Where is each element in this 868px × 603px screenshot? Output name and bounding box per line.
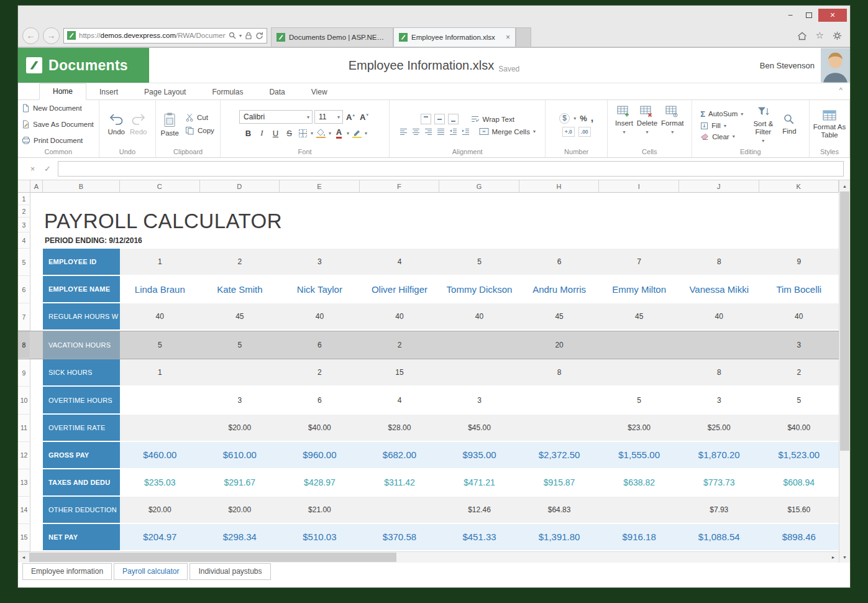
- undo-button[interactable]: Undo: [107, 113, 125, 136]
- cell-A14[interactable]: [30, 497, 43, 524]
- dropdown-icon[interactable]: ▾: [311, 131, 313, 136]
- cell-E9[interactable]: 2: [280, 359, 360, 387]
- decrease-indent-icon[interactable]: [449, 128, 457, 136]
- insert-cells-button[interactable]: Insert ▾: [615, 106, 633, 135]
- cell-F14[interactable]: [360, 497, 440, 524]
- column-header-K[interactable]: K: [759, 180, 839, 193]
- font-color-button[interactable]: A: [333, 127, 345, 139]
- dropdown-icon[interactable]: ▾: [365, 131, 367, 136]
- collapse-ribbon-icon[interactable]: ^: [839, 86, 843, 94]
- cell-C7[interactable]: 40: [120, 303, 200, 331]
- cell-C9[interactable]: 1: [120, 359, 200, 387]
- align-center-icon[interactable]: [412, 128, 420, 136]
- increase-indent-icon[interactable]: [462, 128, 470, 136]
- cell-A11[interactable]: [30, 415, 43, 442]
- cell-H6[interactable]: Andru Morris: [519, 276, 600, 303]
- paste-button[interactable]: Paste: [161, 112, 179, 137]
- cell-A15[interactable]: [30, 524, 43, 551]
- cell-A8[interactable]: [30, 331, 43, 359]
- cell-J6[interactable]: Vanessa Mikki: [679, 276, 759, 303]
- cell-E5[interactable]: 3: [280, 249, 360, 276]
- row-number-12[interactable]: 12: [18, 442, 30, 469]
- row-label-6[interactable]: EMPLOYEE NAME: [43, 276, 120, 303]
- row-number-13[interactable]: 13: [18, 469, 30, 497]
- row-number-15[interactable]: 15: [18, 524, 30, 551]
- percent-style-button[interactable]: %: [580, 114, 587, 123]
- horizontal-scroll-thumb[interactable]: [29, 553, 396, 562]
- cell-F8[interactable]: 2: [360, 331, 440, 359]
- decrease-decimal-button[interactable]: .00: [578, 127, 591, 137]
- highlight-button[interactable]: [351, 127, 363, 139]
- cell-E6[interactable]: Nick Taylor: [280, 276, 360, 303]
- cell-C13[interactable]: $235.03: [120, 469, 200, 497]
- font-family-select[interactable]: Calibri▾: [239, 110, 313, 124]
- cell-G11[interactable]: $45.00: [439, 415, 519, 442]
- formula-input[interactable]: [58, 161, 844, 177]
- cell-E14[interactable]: $21.00: [280, 497, 360, 524]
- cell-F15[interactable]: $370.58: [360, 524, 440, 551]
- align-right-icon[interactable]: [424, 128, 432, 136]
- column-header-I[interactable]: I: [599, 180, 679, 193]
- fill-color-button[interactable]: [315, 127, 327, 139]
- cell-F6[interactable]: Oliver Hilfiger: [360, 276, 440, 303]
- sheet-tab-individual-paystubs[interactable]: Individual paystubs: [190, 563, 270, 580]
- font-size-select[interactable]: 11▾: [314, 110, 343, 124]
- browser-tab-employee-information[interactable]: Employee Information.xlsx ×: [393, 27, 516, 47]
- cell-A10[interactable]: [30, 387, 43, 414]
- cell-D12[interactable]: $610.00: [200, 442, 280, 469]
- column-header-D[interactable]: D: [200, 180, 280, 193]
- cell-J5[interactable]: 8: [679, 249, 759, 276]
- vertical-scroll-thumb[interactable]: [840, 191, 849, 451]
- scroll-up-icon[interactable]: ▲: [839, 180, 850, 191]
- cell-F7[interactable]: 40: [360, 303, 440, 331]
- column-header-B[interactable]: B: [43, 180, 120, 193]
- cell-D14[interactable]: $20.00: [200, 497, 280, 524]
- column-header-C[interactable]: C: [120, 180, 200, 193]
- cell-I12[interactable]: $1,555.00: [599, 442, 679, 469]
- row-number-7[interactable]: 7: [18, 303, 30, 331]
- address-dropdown-icon[interactable]: ▾: [239, 33, 242, 39]
- cell-F12[interactable]: $682.00: [360, 442, 440, 469]
- cell-G8[interactable]: [439, 331, 519, 359]
- increase-decimal-button[interactable]: +.0: [562, 127, 575, 137]
- cell-F13[interactable]: $311.42: [360, 469, 440, 497]
- cell-K8[interactable]: 3: [759, 331, 839, 359]
- tab-close-icon[interactable]: ×: [506, 33, 510, 42]
- horizontal-scroll-track[interactable]: [29, 552, 828, 563]
- close-button[interactable]: ×: [818, 9, 847, 22]
- cell-C14[interactable]: $20.00: [120, 497, 200, 524]
- autosum-button[interactable]: Σ AutoSum ▾: [700, 109, 743, 119]
- tab-page-layout[interactable]: Page Layout: [131, 85, 199, 100]
- align-justify-icon[interactable]: [437, 128, 445, 136]
- italic-button[interactable]: I: [256, 127, 268, 139]
- cell-J14[interactable]: $7.93: [679, 497, 759, 524]
- align-bottom-icon[interactable]: [448, 114, 459, 124]
- cell-D8[interactable]: 5: [200, 331, 280, 359]
- cell-H12[interactable]: $2,372.50: [519, 442, 600, 469]
- find-button[interactable]: Find: [778, 113, 800, 136]
- cell-K12[interactable]: $1,523.00: [759, 442, 839, 469]
- cell-D7[interactable]: 45: [200, 303, 280, 331]
- settings-gear-icon[interactable]: [833, 31, 842, 40]
- back-button[interactable]: ←: [22, 27, 39, 44]
- cell-A6[interactable]: [30, 276, 43, 303]
- cell-E12[interactable]: $960.00: [280, 442, 360, 469]
- cell-J11[interactable]: $25.00: [679, 415, 759, 442]
- row-number-3[interactable]: 3: [18, 218, 30, 232]
- maximize-button[interactable]: [800, 9, 818, 22]
- row-label-7[interactable]: REGULAR HOURS W: [43, 303, 120, 331]
- address-bar[interactable]: https://demos.devexpress.com/RWA/Documen…: [63, 28, 267, 44]
- row-label-13[interactable]: TAXES AND DEDU: [43, 469, 120, 497]
- cell-I7[interactable]: 45: [599, 303, 679, 331]
- cell-I5[interactable]: 7: [599, 249, 679, 276]
- row-number-11[interactable]: 11: [18, 415, 30, 442]
- scroll-down-icon[interactable]: ▼: [839, 551, 850, 563]
- cell-A7[interactable]: [30, 303, 43, 331]
- align-left-icon[interactable]: [400, 128, 408, 136]
- cell-D9[interactable]: [200, 359, 280, 387]
- select-all-corner[interactable]: [18, 180, 30, 193]
- cell-K5[interactable]: 9: [759, 249, 839, 276]
- cell-G12[interactable]: $935.00: [439, 442, 519, 469]
- row-label-5[interactable]: EMPLOYEE ID: [43, 249, 120, 276]
- minimize-button[interactable]: –: [781, 9, 800, 22]
